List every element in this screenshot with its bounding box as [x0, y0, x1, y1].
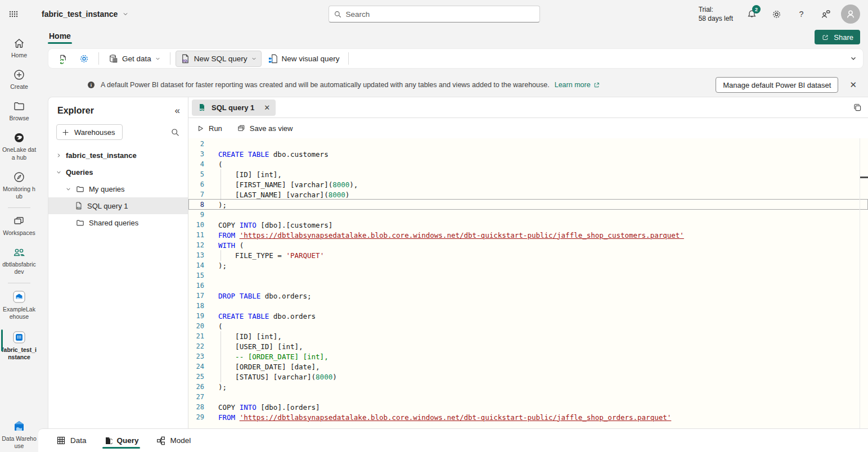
code-line-20[interactable]: 20( — [188, 321, 868, 331]
rail-item-examplelakehouse[interactable]: ExampleLakehouse — [0, 286, 38, 326]
code-line-15[interactable]: 15 — [188, 270, 868, 281]
ribbon-expander-button[interactable] — [849, 55, 857, 62]
chevron-down-icon[interactable] — [55, 169, 62, 175]
code-line-24[interactable]: 24 [ORDER_DATE] [date], — [188, 361, 868, 372]
tree-item-fabric-test-instance[interactable]: fabric_test_instance — [48, 147, 188, 164]
line-number: 16 — [188, 282, 204, 290]
account-avatar[interactable] — [841, 4, 860, 24]
rail-item-browse[interactable]: Browse — [0, 96, 38, 127]
app-launcher-button[interactable] — [0, 0, 27, 28]
code-line-8[interactable]: 8); — [188, 200, 868, 210]
fabric-test-instance-icon — [12, 330, 26, 345]
tree-item-sql-query-1[interactable]: SQLSQL query 1 — [48, 197, 188, 214]
rail-item-create[interactable]: Create — [0, 64, 38, 96]
code-line-2[interactable]: 2 — [188, 139, 868, 149]
code-line-28[interactable]: 28COPY INTO [dbo].[orders] — [188, 402, 868, 412]
workspace-name: fabric_test_instance — [42, 10, 118, 19]
code-line-29[interactable]: 29FROM 'https://dbtlabsynapsedatalake.bl… — [188, 412, 868, 422]
code-line-5[interactable]: 5 [ID] [int], — [188, 169, 868, 179]
view-tab-data[interactable]: Data — [55, 429, 88, 452]
code-line-25[interactable]: 25 [STATUS] [varchar](8000) — [188, 372, 868, 382]
run-button[interactable]: Run — [196, 124, 222, 133]
tree-item-shared-queries[interactable]: Shared queries — [48, 214, 188, 231]
explorer-search-icon[interactable] — [170, 128, 180, 137]
code-line-22[interactable]: 22 [USER_ID] [int], — [188, 341, 868, 351]
settings-button[interactable] — [767, 4, 786, 24]
rail-item-home[interactable]: Home — [0, 33, 38, 64]
rail-item-fabric-test-instance[interactable]: fabric_test_instance — [0, 326, 38, 366]
share-button[interactable]: Share — [815, 30, 860, 44]
code-line-27[interactable]: 27 — [188, 392, 868, 402]
ribbon-tab-home[interactable]: Home — [48, 30, 72, 44]
new-sql-query-button[interactable]: SQL New SQL query — [176, 51, 262, 67]
code-line-19[interactable]: 19CREATE TABLE dbo.orders — [188, 311, 868, 321]
create-icon — [12, 68, 26, 82]
settings-tool-button[interactable] — [75, 51, 93, 66]
search-icon — [334, 10, 342, 19]
code-line-10[interactable]: 10COPY INTO [dbo].[customers] — [188, 220, 868, 230]
line-number: 24 — [188, 363, 204, 370]
grid-icon — [56, 436, 66, 445]
svg-text:SQL: SQL — [77, 206, 82, 209]
gear-icon — [771, 9, 782, 20]
help-button[interactable]: ? — [791, 4, 811, 24]
collapse-panel-icon[interactable]: « — [175, 105, 180, 116]
line-number: 19 — [188, 312, 204, 320]
search-input[interactable] — [346, 10, 535, 19]
code-line-17[interactable]: 17DROP TABLE dbo.orders; — [188, 291, 868, 301]
banner-close-icon[interactable]: ✕ — [846, 79, 860, 91]
sql-file-icon: SQL — [180, 53, 191, 64]
code-line-7[interactable]: 7 [LAST_NAME] [varchar](8000) — [188, 189, 868, 200]
workspace-switcher[interactable]: fabric_test_instance — [42, 10, 129, 19]
notifications-button[interactable]: 2 — [742, 4, 761, 24]
tree-item-my-queries[interactable]: My queries — [48, 180, 188, 197]
get-data-button[interactable]: Get data — [104, 51, 165, 66]
code-line-content: [STATUS] [varchar](8000) — [204, 373, 337, 381]
code-line-14[interactable]: 14); — [188, 260, 868, 270]
code-line-16[interactable]: 16 — [188, 281, 868, 291]
code-line-content: WITH ( — [204, 241, 244, 250]
refresh-button[interactable] — [54, 51, 73, 66]
sql-code-editor[interactable]: 23CREATE TABLE dbo.customers4(5 [ID] [in… — [188, 138, 868, 428]
notification-badge: 2 — [752, 5, 761, 13]
code-line-18[interactable]: 18 — [188, 301, 868, 311]
share-icon — [821, 33, 830, 42]
rail-item-dbtlabsfabricdev[interactable]: dbtlabsfabricdev — [0, 242, 38, 281]
learn-more-link[interactable]: Learn more — [555, 81, 600, 89]
onelake-data-hub-icon — [12, 131, 26, 144]
rail-item-monitoring-hub[interactable]: Monitoring hub — [0, 166, 38, 205]
code-line-26[interactable]: 26); — [188, 382, 868, 392]
code-line-content: FROM 'https://dbtlabsynapsedatalake.blob… — [204, 231, 684, 239]
scrollbar-thumb[interactable] — [860, 177, 868, 178]
code-line-21[interactable]: 21 [ID] [int], — [188, 331, 868, 341]
rail-item-onelake-data-hub[interactable]: OneLake data hub — [0, 127, 38, 166]
rail-item-data-warehouse[interactable]: Data Warehouse — [0, 415, 38, 452]
code-line-3[interactable]: 3CREATE TABLE dbo.customers — [188, 149, 868, 159]
chevron-right-icon[interactable] — [55, 152, 62, 159]
chevron-down-icon[interactable] — [65, 186, 71, 192]
code-line-12[interactable]: 12WITH ( — [188, 240, 868, 250]
save-as-view-button[interactable]: Save as view — [237, 124, 293, 133]
gear-blue-icon — [79, 53, 89, 64]
code-line-content: ( — [204, 322, 223, 331]
view-tab-query[interactable]: Query — [102, 429, 140, 452]
code-line-23[interactable]: 23 -- [ORDER_DATE] [int], — [188, 351, 868, 361]
copy-layout-icon[interactable] — [853, 103, 862, 112]
code-line-4[interactable]: 4( — [188, 159, 868, 169]
new-warehouse-button[interactable]: Warehouses — [56, 124, 123, 140]
feedback-button[interactable] — [816, 4, 835, 24]
rail-item-workspaces[interactable]: Workspaces — [0, 210, 38, 242]
code-line-13[interactable]: 13 FILE_TYPE = 'PARQUET' — [188, 250, 868, 260]
manage-dataset-button[interactable]: Manage default Power BI dataset — [716, 77, 838, 93]
tree-item-queries[interactable]: Queries — [48, 164, 188, 180]
query-tab-sql-query-1[interactable]: SQL SQL query 1 ✕ — [192, 100, 276, 116]
banner-message: A default Power BI dataset for faster re… — [101, 81, 550, 89]
code-line-6[interactable]: 6 [FIRST_NAME] [varchar](8000), — [188, 179, 868, 189]
line-number: 4 — [188, 160, 204, 168]
new-visual-query-button[interactable]: New visual query — [264, 51, 344, 66]
global-search[interactable] — [329, 6, 540, 22]
view-tab-model[interactable]: Model — [155, 429, 192, 452]
close-tab-icon[interactable]: ✕ — [264, 103, 270, 112]
code-line-9[interactable]: 9 — [188, 210, 868, 220]
code-line-11[interactable]: 11FROM 'https://dbtlabsynapsedatalake.bl… — [188, 230, 868, 240]
